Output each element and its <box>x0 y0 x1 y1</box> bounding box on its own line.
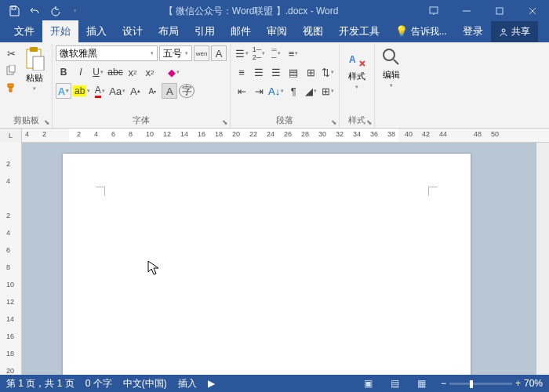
increase-indent-icon[interactable]: ⇥ <box>251 83 267 99</box>
bold-button[interactable]: B <box>56 64 71 80</box>
italic-button[interactable]: I <box>73 64 89 80</box>
page-indicator[interactable]: 第 1 页，共 1 页 <box>6 377 75 390</box>
zoom-in-icon[interactable]: + <box>515 378 521 389</box>
share-button[interactable]: 共享 <box>491 21 538 42</box>
status-bar: 第 1 页，共 1 页 0 个字 中文(中国) 插入 ▶ ▣ ▤ ▦ − + 7… <box>0 375 549 392</box>
tab-view[interactable]: 视图 <box>295 20 331 42</box>
save-icon[interactable] <box>5 2 24 20</box>
zoom-out-icon[interactable]: − <box>441 378 446 389</box>
tab-design[interactable]: 设计 <box>115 20 151 42</box>
font-size-select[interactable]: 五号▾ <box>159 45 192 61</box>
ribbon-tabs: 文件 开始 插入 设计 布局 引用 邮件 审阅 视图 开发工具 💡 告诉我...… <box>0 22 549 42</box>
distributed-icon[interactable]: ⊞ <box>303 64 318 80</box>
read-mode-icon[interactable]: ▣ <box>361 377 376 390</box>
tab-mailings[interactable]: 邮件 <box>223 20 259 42</box>
titlebar: ▾ 【 微信公众号：Word联盟 】.docx - Word <box>0 0 549 22</box>
document-area: 242468101214161820 <box>0 143 549 375</box>
show-marks-icon[interactable]: ¶ <box>285 83 301 99</box>
char-shading-icon[interactable]: A <box>162 83 177 99</box>
subscript-button[interactable]: x2 <box>125 64 140 80</box>
styles-button[interactable]: A 样式▾ <box>343 45 371 92</box>
strikethrough-button[interactable]: abc <box>107 64 123 80</box>
tab-insert[interactable]: 插入 <box>78 20 115 42</box>
numbering-icon[interactable]: 1─2─ <box>251 45 267 61</box>
tellme-search[interactable]: 💡 告诉我... <box>387 21 455 42</box>
maximize-icon[interactable] <box>483 0 516 22</box>
tab-file[interactable]: 文件 <box>6 20 42 42</box>
document-canvas[interactable] <box>22 143 536 375</box>
vertical-ruler[interactable]: 242468101214161820 <box>0 143 22 375</box>
underline-button[interactable]: U <box>90 64 106 80</box>
align-center-icon[interactable]: ☰ <box>251 64 267 80</box>
web-layout-icon[interactable]: ▦ <box>414 377 430 390</box>
align-btn[interactable]: ≡ <box>285 45 301 61</box>
print-layout-icon[interactable]: ▤ <box>387 377 403 390</box>
change-case-icon[interactable]: Aa <box>109 83 125 99</box>
ribbon-options-icon[interactable] <box>417 0 450 22</box>
enclose-char-icon[interactable]: 字 <box>179 84 195 98</box>
tab-references[interactable]: 引用 <box>187 20 223 42</box>
group-editing: 编辑▾ 编辑 <box>375 44 408 128</box>
word-count[interactable]: 0 个字 <box>85 377 112 390</box>
line-spacing-icon[interactable]: ⇅ <box>320 64 336 80</box>
close-icon[interactable] <box>516 0 549 22</box>
zoom-slider[interactable] <box>449 383 512 385</box>
editing-button[interactable]: 编辑▾ <box>378 45 405 90</box>
svg-rect-0 <box>12 6 16 9</box>
undo-icon[interactable] <box>25 2 44 20</box>
char-border-icon[interactable]: A <box>211 45 227 61</box>
format-painter-icon[interactable] <box>3 80 19 96</box>
align-left-icon[interactable]: ≡ <box>234 64 249 80</box>
bullets-icon[interactable]: ☰ <box>234 45 249 61</box>
superscript-button[interactable]: x2 <box>142 64 158 80</box>
macro-indicator[interactable]: ▶ <box>208 378 215 389</box>
paste-button[interactable]: 粘贴 ▾ <box>20 45 49 93</box>
clear-format-icon[interactable]: ◆ <box>165 64 181 80</box>
highlight-icon[interactable]: ab <box>73 83 90 99</box>
font-color-icon[interactable]: A <box>92 83 107 99</box>
window-controls <box>417 0 549 22</box>
borders-icon[interactable]: ⊞ <box>320 83 336 99</box>
font-dialog-icon[interactable]: ⬊ <box>222 118 228 126</box>
grow-font-icon[interactable]: A▴ <box>127 83 143 99</box>
page[interactable] <box>63 154 471 375</box>
quick-access-toolbar: ▾ <box>0 2 85 20</box>
phonetic-guide-icon[interactable]: wén <box>194 45 209 61</box>
minimize-icon[interactable] <box>450 0 483 22</box>
tab-review[interactable]: 审阅 <box>259 20 295 42</box>
group-clipboard: ✂ 粘贴 ▾ 剪贴板 ⬊ <box>0 44 53 128</box>
insert-mode[interactable]: 插入 <box>178 377 197 390</box>
tab-layout[interactable]: 布局 <box>151 20 187 42</box>
cut-icon[interactable]: ✂ <box>3 45 19 61</box>
language-indicator[interactable]: 中文(中国) <box>123 377 167 390</box>
redo-icon[interactable] <box>45 2 64 20</box>
tab-selector-icon[interactable]: L <box>0 129 22 143</box>
group-paragraph: ☰ 1─2─ ═─ ≡ ≡ ☰ ☰ ▤ ⊞ ⇅ ⇤ ⇥ A↓ ¶ <box>231 44 340 128</box>
clipboard-dialog-icon[interactable]: ⬊ <box>44 118 50 126</box>
svg-rect-8 <box>33 56 44 71</box>
decrease-indent-icon[interactable]: ⇤ <box>234 83 249 99</box>
copy-icon[interactable] <box>3 63 19 78</box>
svg-rect-7 <box>30 47 38 52</box>
vertical-scrollbar[interactable] <box>536 143 549 375</box>
multilevel-icon[interactable]: ═─ <box>268 45 284 61</box>
login-button[interactable]: 登录 <box>455 20 491 42</box>
styles-dialog-icon[interactable]: ⬊ <box>366 118 373 126</box>
tab-home[interactable]: 开始 <box>42 20 78 42</box>
shading-icon[interactable]: ◢ <box>303 83 318 99</box>
text-effects-icon[interactable]: A <box>56 83 71 99</box>
svg-rect-1 <box>430 7 438 13</box>
qat-more-icon[interactable]: ▾ <box>66 2 85 20</box>
sort-icon[interactable]: A↓ <box>268 83 284 99</box>
justify-icon[interactable]: ▤ <box>285 64 301 80</box>
para-dialog-icon[interactable]: ⬊ <box>331 118 337 126</box>
align-right-icon[interactable]: ☰ <box>268 64 284 80</box>
font-name-select[interactable]: 微软雅黑▾ <box>56 45 158 61</box>
styles-icon: A <box>346 47 368 69</box>
margin-mark-icon <box>428 187 438 196</box>
shrink-font-icon[interactable]: A▾ <box>144 83 160 99</box>
tab-developer[interactable]: 开发工具 <box>331 20 387 42</box>
zoom-level[interactable]: 70% <box>524 378 543 389</box>
horizontal-ruler[interactable]: L 42246810121416182022242628303234363840… <box>0 129 549 143</box>
svg-text:A: A <box>349 54 356 65</box>
